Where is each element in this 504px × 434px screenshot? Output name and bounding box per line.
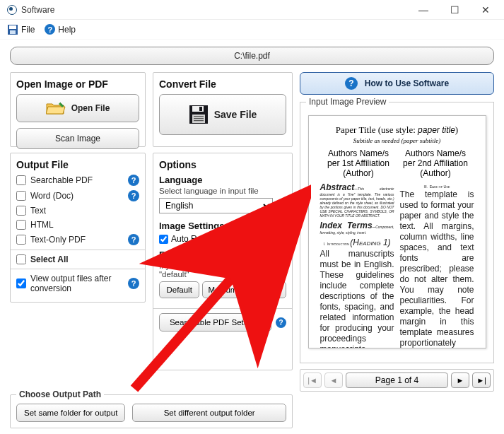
svg-rect-9 xyxy=(194,120,204,121)
checkbox[interactable] xyxy=(16,254,26,264)
choose-output-path-group: Choose Output Path Set same folder for o… xyxy=(10,394,293,428)
noise-medium-button[interactable]: Medium xyxy=(202,281,242,298)
menu-bar: File ? Help xyxy=(0,20,504,40)
svg-rect-7 xyxy=(194,116,204,117)
format-searchable-pdf[interactable]: Searchable PDF ? xyxy=(16,175,139,186)
svg-rect-1 xyxy=(9,25,16,29)
help-icon[interactable]: ? xyxy=(128,190,139,201)
open-file-label: Open File xyxy=(71,103,110,113)
format-text[interactable]: Text xyxy=(16,206,139,216)
file-path-text: C:\file.pdf xyxy=(234,51,270,61)
page-indicator: Page 1 of 4 xyxy=(346,373,448,388)
format-label: Text xyxy=(30,206,139,216)
noise-hint: If you are not sure, keep it as "default… xyxy=(159,262,286,278)
close-button[interactable]: ✕ xyxy=(470,1,501,19)
save-icon xyxy=(7,24,18,35)
menu-help-label: Help xyxy=(58,25,76,35)
diff-folder-button[interactable]: Set different output folder xyxy=(132,404,286,422)
options-group: Options Language Select language in inpu… xyxy=(153,153,293,370)
save-file-label: Save File xyxy=(214,109,257,120)
open-group-title: Open Image or PDF xyxy=(16,78,139,90)
doc-title: Paper Title (use style: paper title) xyxy=(320,124,474,136)
help-icon[interactable]: ? xyxy=(128,278,139,289)
output-file-title: Output File xyxy=(16,159,139,170)
floppy-icon xyxy=(189,105,209,124)
language-select[interactable]: English xyxy=(159,198,273,213)
open-file-button[interactable]: Open File xyxy=(16,94,139,122)
format-html[interactable]: HTML xyxy=(16,220,139,230)
language-title: Language xyxy=(159,175,286,185)
menu-help[interactable]: ? Help xyxy=(45,24,76,35)
svg-rect-5 xyxy=(199,107,202,111)
checkbox[interactable] xyxy=(16,220,26,230)
format-label: Searchable PDF xyxy=(30,175,124,185)
same-folder-button[interactable]: Set same folder for output xyxy=(16,404,125,422)
options-title: Options xyxy=(159,159,286,170)
image-settings-title: Image Settings xyxy=(159,221,286,231)
help-icon: ? xyxy=(345,77,358,90)
format-label: Text-Only PDF xyxy=(30,235,124,245)
select-all-label: Select All xyxy=(30,254,139,264)
menu-file[interactable]: File xyxy=(7,24,35,35)
format-label: HTML xyxy=(30,220,139,230)
doc-subtitle: Subtitle as needed (paper subtitle) xyxy=(320,137,474,144)
nav-next-button[interactable]: ► xyxy=(451,373,469,388)
language-hint: Select language in input file xyxy=(159,187,286,195)
view-after-row[interactable]: View output files after conversion ? xyxy=(16,274,139,293)
choose-path-title: Choose Output Path xyxy=(16,389,104,399)
noise-default-button[interactable]: Default xyxy=(159,281,199,298)
format-word[interactable]: Word (Doc) ? xyxy=(16,190,139,201)
help-icon[interactable]: ? xyxy=(128,175,139,186)
save-file-button[interactable]: Save File xyxy=(159,94,286,135)
checkbox[interactable] xyxy=(16,191,26,201)
how-to-button[interactable]: ? How to Use Software xyxy=(300,72,494,95)
nav-last-button[interactable]: ►| xyxy=(472,373,491,388)
menu-file-label: File xyxy=(21,25,35,35)
format-text-only-pdf[interactable]: Text-Only PDF ? xyxy=(16,234,139,245)
convert-group: Convert File Save File xyxy=(153,72,293,147)
help-icon[interactable]: ? xyxy=(128,234,139,245)
auto-rotate-check[interactable]: Auto Rotate xyxy=(159,234,216,244)
output-file-group: Output File Searchable PDF ? Word (Doc) … xyxy=(10,153,146,303)
maximize-button[interactable]: ☐ xyxy=(439,1,470,19)
file-path-bar[interactable]: C:\file.pdf xyxy=(10,47,494,65)
nav-first-button[interactable]: |◄ xyxy=(303,373,322,388)
help-icon[interactable]: ? xyxy=(276,201,286,211)
title-bar: Software — ☐ ✕ xyxy=(0,0,504,20)
open-group: Open Image or PDF Open File Scan Image xyxy=(10,72,146,147)
nav-prev-button[interactable]: ◄ xyxy=(324,373,343,388)
scan-image-label: Scan Image xyxy=(55,134,100,143)
minimize-button[interactable]: — xyxy=(408,1,439,19)
folder-open-icon xyxy=(46,101,66,115)
checkbox[interactable] xyxy=(16,235,26,245)
doc-body: Abstract—This electronic document is a "… xyxy=(320,182,474,348)
preview-box: Input Image Preview Paper Title (use sty… xyxy=(300,102,494,363)
preview-title: Input Image Preview xyxy=(306,97,389,107)
svg-rect-2 xyxy=(10,30,16,34)
checkbox[interactable] xyxy=(16,175,26,185)
view-after-label: View output files after conversion xyxy=(30,274,124,293)
noise-high-button[interactable]: High xyxy=(246,281,286,298)
help-icon: ? xyxy=(45,24,55,35)
format-label: Word (Doc) xyxy=(30,191,124,201)
checkbox[interactable] xyxy=(159,235,168,244)
checkbox[interactable] xyxy=(16,206,26,216)
convert-title: Convert File xyxy=(159,78,286,90)
noise-title: Remove Noise in Image xyxy=(159,250,286,260)
preview-page: Paper Title (use style: paper title) Sub… xyxy=(308,115,486,348)
how-to-label: How to Use Software xyxy=(365,78,449,88)
svg-rect-8 xyxy=(194,118,204,119)
scan-image-button[interactable]: Scan Image xyxy=(16,128,139,149)
deskew-check[interactable]: Deskew xyxy=(227,234,269,244)
app-icon xyxy=(7,5,17,15)
select-all-row[interactable]: Select All xyxy=(16,254,139,264)
help-icon[interactable]: ? xyxy=(276,317,286,328)
page-nav: |◄ ◄ Page 1 of 4 ► ►| xyxy=(300,369,494,392)
window-title: Software xyxy=(21,5,54,15)
checkbox[interactable] xyxy=(227,235,236,244)
checkbox[interactable] xyxy=(16,278,26,288)
doc-authors: Authors Name/s per 1st Affiliation (Auth… xyxy=(320,148,474,178)
searchable-pdf-settings-button[interactable]: Searchable PDF Settings xyxy=(159,313,271,332)
